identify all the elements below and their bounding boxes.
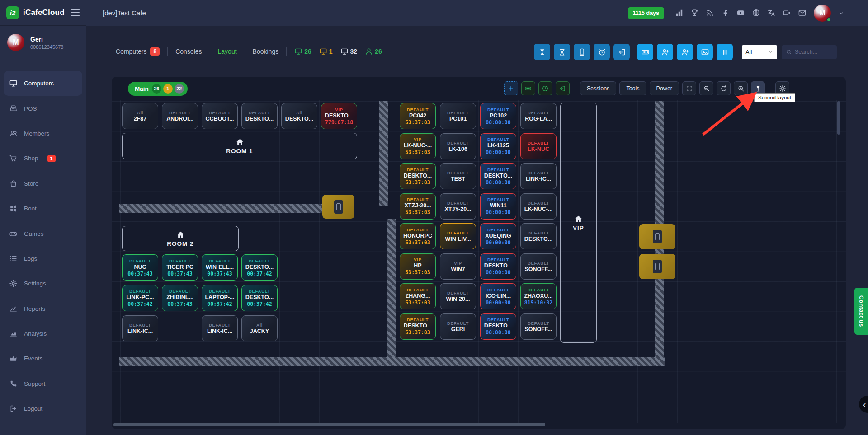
globe-icon[interactable] — [752, 9, 760, 17]
computer-tile[interactable]: DEFAULTANDROI... — [162, 103, 198, 129]
cash-quick-button[interactable] — [521, 81, 535, 95]
photo-button[interactable] — [697, 44, 713, 60]
sidebar-item-logs[interactable]: Logs — [4, 246, 82, 271]
computer-tile[interactable]: DEFAULTDESKTO... — [241, 103, 278, 129]
console-tile[interactable] — [322, 195, 354, 219]
zoom-in-button[interactable] — [734, 81, 748, 95]
computer-tile[interactable]: DEFAULTLAPTOP-...00:37:42 — [202, 285, 238, 311]
sidebar-item-members[interactable]: Members — [4, 121, 82, 146]
computer-tile[interactable]: DEFAULTLINK-IC... — [520, 163, 557, 189]
user-profile[interactable]: M Geri 008612345678 — [0, 26, 86, 56]
sidebar-item-pos[interactable]: POS — [4, 96, 82, 121]
signout-button[interactable] — [613, 44, 630, 60]
alarm-button[interactable] — [594, 44, 610, 60]
sessions-button[interactable]: Sessions — [580, 81, 617, 95]
sidebar-item-logout[interactable]: Logout — [4, 396, 82, 421]
computer-tile[interactable]: DEFAULTDESKTO...00:37:42 — [241, 285, 278, 311]
sidebar-item-reports[interactable]: Reports — [4, 296, 82, 321]
computer-tile[interactable]: All2F87 — [122, 103, 158, 129]
computer-tile[interactable]: DEFAULTTIGER-PC00:37:43 — [162, 254, 198, 281]
tab-bookings[interactable]: Bookings — [253, 48, 279, 55]
computer-tile[interactable]: DEFAULTZHANG...53:37:03 — [400, 283, 436, 309]
app-logo-icon[interactable]: i2 — [6, 6, 19, 19]
computer-tile[interactable]: DEFAULTXUEQING00:00:00 — [480, 223, 516, 249]
computer-tile[interactable]: DEFAULTHONORPC53:37:03 — [400, 223, 436, 249]
translate-icon[interactable] — [767, 9, 776, 17]
search-input[interactable]: Search... — [782, 45, 837, 59]
days-badge[interactable]: 1115 days — [628, 7, 664, 19]
tools-button[interactable]: Tools — [619, 81, 646, 95]
signout-quick-button[interactable] — [556, 81, 570, 95]
computer-tile[interactable]: DEFAULTDESKTO...53:37:03 — [400, 313, 436, 340]
computer-tile[interactable]: VIPHP53:37:03 — [400, 253, 436, 280]
computer-tile[interactable]: DEFAULTDESKTO...00:00:00 — [480, 313, 516, 340]
computer-tile[interactable]: DEFAULTLINK-IC... — [202, 315, 238, 341]
computer-tile[interactable]: DEFAULTXTJY-20... — [440, 193, 476, 220]
computer-tile[interactable]: DEFAULTDESKTO...00:00:00 — [480, 163, 516, 189]
computer-tile[interactable]: DEFAULTLINK-PC...00:37:42 — [122, 285, 158, 311]
computer-tile[interactable]: VIPWIN7 — [440, 253, 476, 280]
sidebar-item-store[interactable]: Store — [4, 171, 82, 196]
computer-tile[interactable]: DEFAULTDESKTO...00:00:00 — [480, 253, 516, 280]
expand-button[interactable] — [682, 81, 696, 95]
computer-tile[interactable]: DEFAULTWIN1100:00:00 — [480, 193, 516, 220]
sidebar-item-analysis[interactable]: Analysis — [4, 321, 82, 346]
computer-tile[interactable]: DEFAULTNUC00:37:43 — [122, 254, 158, 281]
power-button[interactable]: Power — [650, 81, 679, 95]
chevron-down-icon[interactable] — [838, 10, 844, 16]
hourglass-o-button[interactable] — [554, 44, 570, 60]
computer-tile[interactable]: DEFAULTWIN-ELL...00:37:43 — [202, 254, 238, 281]
mail-icon[interactable] — [798, 9, 807, 17]
collapse-chevron[interactable]: ‹ — [859, 396, 868, 413]
computer-tile[interactable]: DEFAULTWIN-20... — [440, 283, 476, 309]
sidebar-item-events[interactable]: Events — [4, 346, 82, 371]
tab-layout[interactable]: Layout — [218, 48, 237, 55]
user-plus-button[interactable] — [657, 44, 673, 60]
computer-tile[interactable]: DEFAULTROG-LA... — [520, 103, 557, 129]
computer-tile[interactable]: DEFAULTLK-NUC-... — [520, 193, 557, 220]
rotate-button[interactable] — [717, 81, 731, 95]
computer-tile[interactable]: DEFAULTLK-112500:00:00 — [480, 133, 516, 159]
computer-tile[interactable]: DEFAULTPC101 — [440, 103, 476, 129]
computer-tile[interactable]: VIPDESKTO...779:07:18 — [321, 103, 357, 129]
filter-select[interactable]: All — [742, 45, 777, 59]
computer-tile[interactable]: AllDESKTO... — [281, 103, 317, 129]
computer-tile[interactable]: DEFAULTSONOFF... — [520, 313, 557, 340]
computer-tile[interactable]: DEFAULTLINK-IC... — [122, 315, 158, 341]
computer-tile[interactable]: DEFAULTCCBOOT... — [202, 103, 238, 129]
vertical-scrollbar[interactable] — [837, 101, 840, 135]
contact-us-tab[interactable]: Contact us — [854, 288, 868, 335]
computer-tile[interactable]: DEFAULTZHIBINL...00:37:43 — [162, 285, 198, 311]
add-layout-button[interactable] — [504, 81, 518, 95]
zoom-out-button[interactable] — [699, 81, 713, 95]
horizontal-scrollbar[interactable] — [113, 423, 545, 426]
rss-icon[interactable] — [706, 9, 714, 17]
hourglass-button[interactable] — [534, 44, 550, 60]
console-tile[interactable] — [639, 224, 675, 249]
computer-tile[interactable]: DEFAULTLK-NUC — [520, 133, 557, 159]
computer-tile[interactable]: DEFAULTDESKTO... — [520, 223, 557, 249]
clock-quick-button[interactable] — [538, 81, 552, 95]
sidebar-item-support[interactable]: Support — [4, 371, 82, 396]
sidebar-item-shop[interactable]: Shop1 — [4, 146, 82, 171]
computer-tile[interactable]: DEFAULTPC04253:37:03 — [400, 103, 436, 129]
computer-tile[interactable]: DEFAULTPC10200:00:00 — [480, 103, 516, 129]
video-icon[interactable] — [783, 9, 791, 17]
computer-tile[interactable]: VIPLK-NUC-...53:37:03 — [400, 133, 436, 159]
device-button[interactable] — [574, 44, 590, 60]
computer-tile[interactable]: DEFAULTXTZJ-20...53:37:03 — [400, 193, 436, 220]
computer-tile[interactable]: AllJACKY — [241, 315, 278, 341]
user-avatar[interactable]: M — [814, 5, 831, 22]
youtube-icon[interactable] — [736, 9, 745, 17]
pause-button[interactable] — [717, 44, 733, 60]
tab-consoles[interactable]: Consoles — [175, 48, 202, 55]
user-plus-button[interactable] — [677, 44, 693, 60]
computer-tile[interactable]: DEFAULTDESKTO...53:37:03 — [400, 163, 436, 189]
sidebar-item-boot[interactable]: Boot — [4, 196, 82, 221]
computer-tile[interactable]: DEFAULTSONOFF... — [520, 253, 557, 280]
facebook-icon[interactable] — [721, 9, 730, 17]
computer-tile[interactable]: DEFAULTDESKTO...00:37:42 — [241, 254, 278, 281]
trophy-icon[interactable] — [690, 9, 699, 17]
menu-toggle-icon[interactable] — [71, 9, 80, 16]
computer-tile[interactable]: DEFAULTZHAOXU...819:10:32 — [520, 283, 557, 309]
